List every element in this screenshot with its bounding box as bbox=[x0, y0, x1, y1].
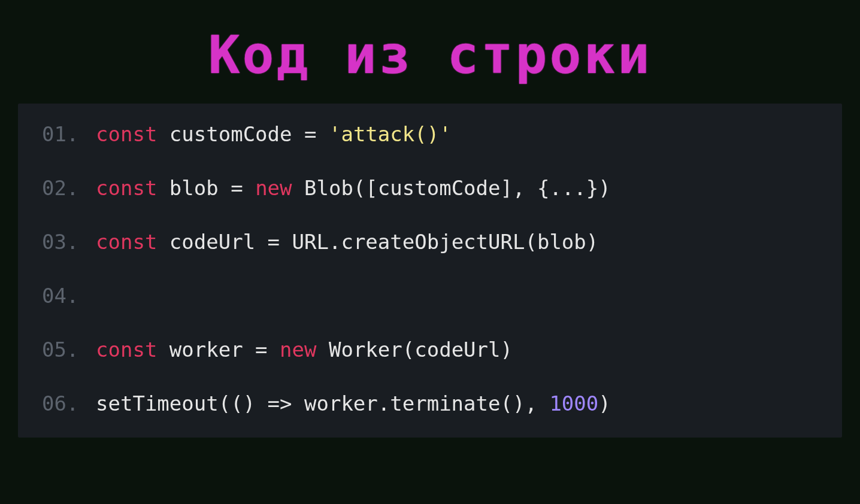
code-block: 01.const customCode = 'attack()'02.const… bbox=[18, 104, 842, 438]
line-number: 06. bbox=[42, 393, 96, 414]
code-content: const blob = new Blob([customCode], {...… bbox=[96, 178, 611, 198]
code-content: setTimeout(() => worker.terminate(), 100… bbox=[96, 393, 611, 414]
line-number: 04. bbox=[42, 286, 96, 306]
line-number: 03. bbox=[42, 232, 96, 252]
code-content: const worker = new Worker(codeUrl) bbox=[96, 339, 513, 360]
token-kw: const bbox=[96, 230, 157, 254]
code-line: 02.const blob = new Blob([customCode], {… bbox=[42, 178, 818, 198]
token-pln: codeUrl = URL.createObjectURL(blob) bbox=[157, 230, 598, 254]
token-pln: Blob([customCode], {...}) bbox=[292, 176, 611, 200]
code-content: const customCode = 'attack()' bbox=[96, 124, 452, 144]
token-kw: const bbox=[96, 122, 157, 146]
token-pln: blob = bbox=[157, 176, 255, 200]
token-kw: const bbox=[96, 338, 157, 362]
token-kw: new bbox=[255, 176, 292, 200]
token-pln: ) bbox=[598, 391, 610, 415]
slide: Код из строки 01.const customCode = 'att… bbox=[0, 0, 860, 504]
token-pln: customCode = bbox=[157, 122, 329, 146]
token-kw: const bbox=[96, 176, 157, 200]
title-area: Код из строки bbox=[0, 0, 860, 104]
code-line: 01.const customCode = 'attack()' bbox=[42, 124, 818, 144]
line-number: 05. bbox=[42, 339, 96, 360]
code-line: 03.const codeUrl = URL.createObjectURL(b… bbox=[42, 232, 818, 252]
code-content: const codeUrl = URL.createObjectURL(blob… bbox=[96, 232, 598, 252]
code-line: 05.const worker = new Worker(codeUrl) bbox=[42, 339, 818, 360]
token-str: 'attack()' bbox=[329, 122, 452, 146]
slide-title: Код из строки bbox=[0, 24, 860, 86]
code-line: 04. bbox=[42, 286, 818, 306]
token-kw: new bbox=[280, 338, 316, 362]
token-num: 1000 bbox=[549, 391, 598, 415]
token-pln: Worker(codeUrl) bbox=[316, 338, 513, 362]
token-pln: worker = bbox=[157, 338, 280, 362]
code-line: 06.setTimeout(() => worker.terminate(), … bbox=[42, 393, 818, 414]
token-pln: setTimeout(() => worker.terminate(), bbox=[96, 391, 549, 415]
line-number: 02. bbox=[42, 178, 96, 198]
line-number: 01. bbox=[42, 124, 96, 144]
